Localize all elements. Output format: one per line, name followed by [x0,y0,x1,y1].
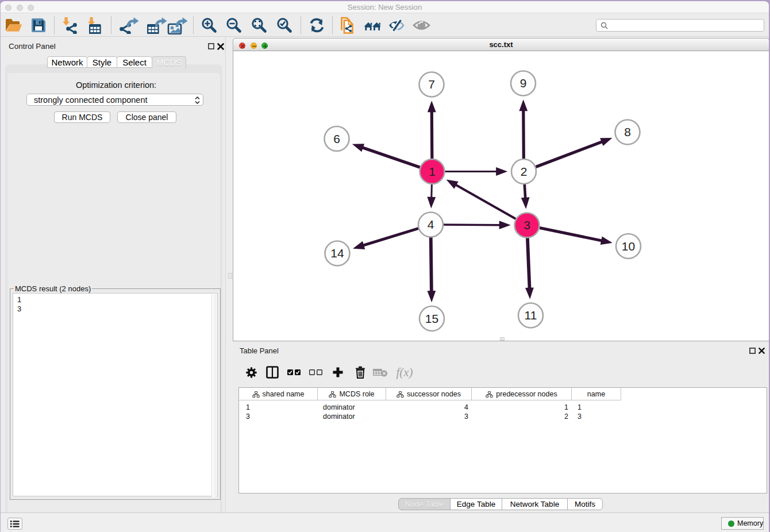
svg-text:14: 14 [330,246,344,260]
svg-text:10: 10 [622,240,635,253]
svg-text:15: 15 [425,312,438,325]
svg-text:6: 6 [333,132,340,145]
svg-text:8: 8 [624,125,631,138]
svg-text:9: 9 [520,76,527,90]
svg-text:7: 7 [428,78,435,91]
svg-text:4: 4 [428,218,434,231]
svg-text:2: 2 [521,165,528,178]
svg-text:11: 11 [525,309,537,322]
svg-text:1: 1 [429,165,436,178]
svg-text:3: 3 [523,218,530,232]
